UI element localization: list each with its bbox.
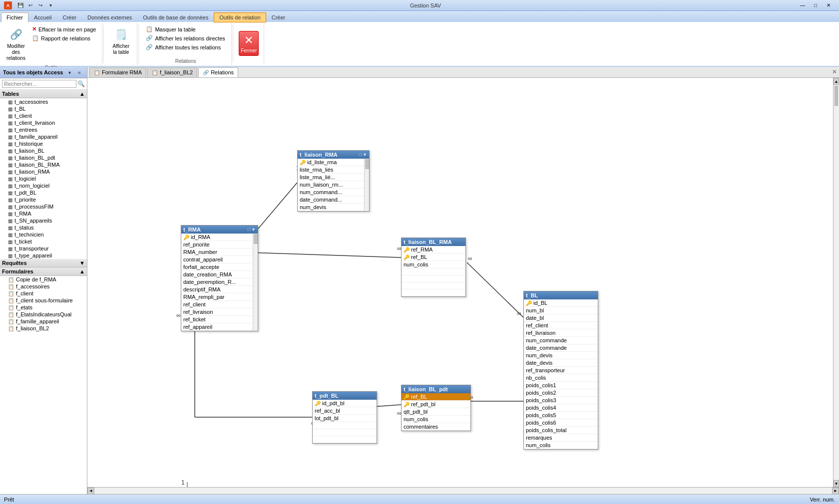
- field-num_commande[interactable]: num_commande: [524, 337, 598, 344]
- sidebar-menu-button[interactable]: ▾: [65, 68, 74, 76]
- sidebar-form-f_EtatsIndicateursQual[interactable]: 📋 f_EtatsIndicateursQual: [0, 311, 87, 318]
- field-descriptif_RMA[interactable]: descriptif_RMA: [181, 286, 253, 293]
- field-contrat_appareil[interactable]: contrat_appareil: [181, 256, 253, 263]
- field-date_command[interactable]: date_command...: [298, 196, 364, 204]
- field-qtt_pdt_bl[interactable]: qtt_pdt_bl: [402, 408, 470, 416]
- sidebar-section-requetes[interactable]: Requêtes ▼: [0, 259, 87, 267]
- field-ref_livraison[interactable]: ref_livraison: [181, 308, 253, 316]
- masquer-table-button[interactable]: 📋 Masquer la table: [144, 25, 227, 33]
- sidebar-table-t_client[interactable]: ▦ t_client: [0, 112, 87, 119]
- field-RMA_number[interactable]: RMA_number: [181, 249, 253, 256]
- field-num_colis[interactable]: num_colis: [402, 261, 465, 268]
- resize-icon[interactable]: □: [359, 152, 362, 157]
- sidebar-form-f_liaison_BL2[interactable]: 📋 f_liaison_BL2: [0, 325, 87, 332]
- tab-outils-relation[interactable]: Outils de relation: [214, 12, 266, 22]
- field-ref_BL-pdt[interactable]: 🔑 ref_BL: [402, 393, 470, 401]
- field-poids_colis_total[interactable]: poids_colis_total: [524, 427, 598, 434]
- maximize-button[interactable]: □: [809, 1, 822, 10]
- field-ref_BL[interactable]: 🔑 ref_BL: [402, 253, 465, 261]
- sidebar-form-copie-f_RMA[interactable]: 📋 Copie de f_RMA: [0, 276, 87, 283]
- sidebar-table-t_pdt_BL[interactable]: ▦ t_pdt_BL: [0, 189, 87, 196]
- field-ref_client[interactable]: ref_client: [524, 322, 598, 329]
- tab-creer[interactable]: Créer: [57, 12, 82, 22]
- relations-canvas[interactable]: ∞ 1 1 ∞ ∞ ∞ ∞ ∞ 1: [87, 78, 833, 487]
- field-num_bl[interactable]: num_bl: [524, 307, 598, 314]
- field-commentaires[interactable]: commentaires: [402, 423, 470, 431]
- sidebar-collapse-button[interactable]: «: [75, 68, 84, 76]
- resize-icon[interactable]: □: [248, 227, 250, 232]
- table-t_liaison_RMA[interactable]: t_liaison_RMA □ ▼ 🔑 id_liste_rma liste_r…: [297, 150, 370, 212]
- field-liste_rma_lie2[interactable]: liste_rma_lié...: [298, 174, 364, 181]
- sidebar-table-t_SN_appareils[interactable]: ▦ t_SN_appareils: [0, 217, 87, 224]
- sidebar-table-t_famille_appareil[interactable]: ▦ t_famille_appareil: [0, 133, 87, 140]
- field-remarques[interactable]: remarques: [524, 434, 598, 442]
- field-ref_acc_bl[interactable]: ref_acc_bl: [313, 407, 377, 415]
- sidebar-form-f_client-sous-form[interactable]: 📋 f_client sous-formulaire: [0, 297, 87, 304]
- sidebar-table-t_liaison_BL_RMA[interactable]: ▦ t_liaison_BL_RMA: [0, 161, 87, 168]
- qat-undo[interactable]: ↩: [26, 1, 35, 9]
- sidebar-table-t_technicien[interactable]: ▦ t_technicien: [0, 231, 87, 238]
- scroll-icon[interactable]: ▼: [251, 227, 256, 232]
- sidebar-form-f_famille_appareil[interactable]: 📋 f_famille_appareil: [0, 318, 87, 325]
- field-num_command[interactable]: num_command...: [298, 189, 364, 196]
- field-id_BL[interactable]: 🔑 id_BL: [524, 299, 598, 307]
- field-forfait_accepte[interactable]: forfait_accepte: [181, 263, 253, 271]
- scroll-thumb[interactable]: [835, 86, 838, 106]
- sidebar-table-t_nom_logiciel[interactable]: ▦ t_nom_logiciel: [0, 182, 87, 189]
- close-all-tabs-button[interactable]: ✕: [832, 68, 837, 75]
- close-button[interactable]: ✕: [822, 1, 835, 10]
- field-lot_pdt_bl[interactable]: lot_pdt_bl: [313, 415, 377, 422]
- afficher-table-button[interactable]: 🗒️ Afficher la table: [109, 25, 133, 57]
- sidebar-table-t_client_livraison[interactable]: ▦ t_client_livraison: [0, 119, 87, 126]
- sidebar-form-f_etats[interactable]: 📋 f_etats: [0, 304, 87, 311]
- field-poids_colis4[interactable]: poids_colis4: [524, 404, 598, 412]
- field-date_peremption_R[interactable]: date_peremption_R...: [181, 278, 253, 286]
- field-ref_transporteur[interactable]: ref_transporteur: [524, 367, 598, 374]
- tab-creer-sub[interactable]: Créer: [266, 12, 291, 22]
- field-date_commande[interactable]: date_commande: [524, 344, 598, 352]
- sidebar-table-t_accessoires[interactable]: ▦ t_accessoires: [0, 98, 87, 105]
- sidebar-table-t_status[interactable]: ▦ t_status: [0, 224, 87, 231]
- field-num_colis_bl[interactable]: num_colis: [524, 442, 598, 449]
- minimize-button[interactable]: —: [796, 1, 809, 10]
- qat-redo[interactable]: ↪: [36, 1, 45, 9]
- field-ref_livraison[interactable]: ref_livraison: [524, 329, 598, 337]
- scroll-down-button[interactable]: ▼: [834, 480, 839, 487]
- doc-tab-f-liaison-bl2[interactable]: 📋 f_liaison_BL2: [147, 67, 197, 77]
- doc-tab-formulaire-rma[interactable]: 📋 Formulaire RMA: [89, 67, 146, 77]
- sidebar-table-t_logiciel[interactable]: ▦ t_logiciel: [0, 175, 87, 182]
- sidebar-table-t_BL[interactable]: ▦ t_BL: [0, 105, 87, 112]
- field-poids_colis5[interactable]: poids_colis5: [524, 412, 598, 419]
- search-input[interactable]: [2, 80, 76, 88]
- qat-save[interactable]: 💾: [16, 1, 25, 9]
- sidebar-form-f_accessoires[interactable]: 📋 f_accessoires: [0, 283, 87, 290]
- sidebar-form-f_client[interactable]: 📋 f_client: [0, 290, 87, 297]
- sidebar-table-t_RMA[interactable]: ▦ t_RMA: [0, 210, 87, 217]
- afficher-relations-directes-button[interactable]: 🔗 Afficher les relations directes: [144, 34, 227, 42]
- sidebar-table-t_liaison_BL[interactable]: ▦ t_liaison_BL: [0, 147, 87, 154]
- sidebar-table-t_liaison_RMA[interactable]: ▦ t_liaison_RMA: [0, 168, 87, 175]
- tab-fichier[interactable]: Fichier: [1, 12, 28, 22]
- modifier-relations-button[interactable]: 🔗 Modifier des relations: [4, 25, 28, 63]
- field-num_liaison_rm[interactable]: num_liaison_rm...: [298, 181, 364, 189]
- field-RMA_rempli_par[interactable]: RMA_rempli_par: [181, 293, 253, 301]
- field-liste_rma_lies[interactable]: liste_rma_liés: [298, 166, 364, 174]
- scroll-up-button[interactable]: ▲: [834, 78, 839, 85]
- sidebar-table-t_type_appareil[interactable]: ▦ t_type_appareil: [0, 252, 87, 259]
- field-ref_priorite[interactable]: ref_priorite: [181, 241, 253, 249]
- table-t_liaison_BL_pdt[interactable]: t_liaison_BL_pdt 🔑 ref_BL 🔑 ref_pdt_bl q…: [401, 385, 471, 431]
- field-poids_colis1[interactable]: poids_colis1: [524, 382, 598, 389]
- field-ref_ticket[interactable]: ref_ticket: [181, 316, 253, 323]
- field-num_devis[interactable]: num_devis: [524, 352, 598, 359]
- scroll-icon[interactable]: ▼: [363, 152, 367, 157]
- sidebar-table-t_historique[interactable]: ▦ t_historique: [0, 140, 87, 147]
- tab-donnees-externes[interactable]: Données externes: [82, 12, 137, 22]
- afficher-toutes-relations-button[interactable]: 🔗 Afficher toutes les relations: [144, 43, 227, 51]
- field-id_RMA[interactable]: 🔑 id_RMA: [181, 234, 253, 241]
- field-nb_colis[interactable]: nb_colis: [524, 374, 598, 382]
- sidebar-table-t_processusFIM[interactable]: ▦ t_processusFIM: [0, 203, 87, 210]
- table-t_RMA[interactable]: t_RMA □ ▼ 🔑 id_RMA ref_priorite: [181, 225, 258, 331]
- field-poids_colis2[interactable]: poids_colis2: [524, 389, 598, 397]
- field-num_colis-pdt[interactable]: num_colis: [402, 416, 470, 423]
- table-t_liaison_BL_RMA[interactable]: t_liaison_BL_RMA 🔑 ref_RMA 🔑 ref_BL num_…: [401, 238, 466, 297]
